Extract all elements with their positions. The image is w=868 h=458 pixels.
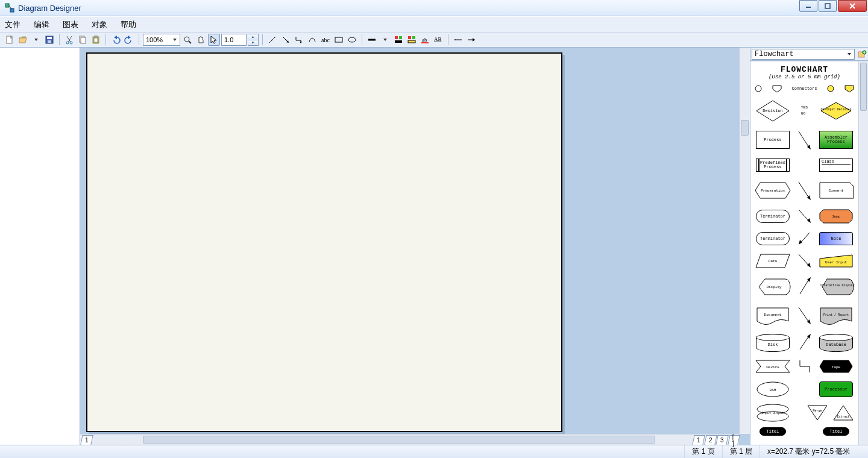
shape-merge-extract[interactable]: Merge Extract: [804, 403, 856, 422]
paste-button[interactable]: [90, 34, 102, 46]
shape-disk[interactable]: Disk: [753, 332, 793, 354]
open-button[interactable]: [17, 34, 29, 46]
arrowstart-button[interactable]: [452, 34, 464, 46]
shape-oninput-decision[interactable]: On-Input Decision: [816, 98, 856, 124]
svg-marker-70: [807, 218, 811, 223]
layer-tab-3[interactable]: 3: [715, 435, 728, 445]
new-button[interactable]: [4, 34, 16, 46]
svg-point-55: [828, 86, 834, 92]
arrow-tool[interactable]: [280, 34, 292, 46]
line-tool[interactable]: [266, 34, 278, 46]
palette-scrollbar[interactable]: [858, 61, 868, 445]
layer-tab-1[interactable]: 1: [692, 435, 705, 445]
page-canvas[interactable]: [86, 52, 562, 432]
undo-button[interactable]: [110, 34, 122, 46]
redo-button[interactable]: [123, 34, 135, 46]
textcolor-button[interactable]: ab: [419, 34, 431, 46]
shape-assembler-process[interactable]: Assembler Process: [816, 127, 856, 152]
svg-text:Input Output: Input Output: [762, 412, 784, 415]
shape-document[interactable]: Document: [753, 303, 793, 328]
ellipse-tool[interactable]: [346, 34, 358, 46]
open-dropdown[interactable]: [30, 34, 42, 46]
palette-title: FLOWCHART: [753, 65, 856, 74]
shape-user-input[interactable]: User Input: [816, 251, 856, 271]
svg-marker-54: [773, 86, 781, 92]
rect-tool[interactable]: [333, 34, 345, 46]
connector-yellow-tag[interactable]: [844, 84, 855, 93]
minimize-button[interactable]: [799, 0, 817, 12]
shape-preparation[interactable]: Preparation: [753, 178, 793, 203]
menu-file[interactable]: 文件: [5, 19, 20, 30]
shape-interactive-display[interactable]: Interactive Display: [816, 274, 856, 300]
shape-process[interactable]: Process: [753, 127, 793, 152]
lineweight-spinner[interactable]: ▲▼: [248, 34, 259, 46]
connector-yellow-circle[interactable]: [826, 84, 835, 93]
shape-print-report[interactable]: Print / Report: [816, 303, 856, 328]
linestyle-dropdown[interactable]: [379, 34, 391, 46]
shape-predefined-process[interactable]: Predefined Process: [753, 156, 793, 174]
copy-button[interactable]: [77, 34, 89, 46]
connector-row: Connectors: [753, 83, 856, 95]
connector-white-tag[interactable]: [772, 84, 782, 93]
horizontal-scrollbar[interactable]: [140, 434, 692, 445]
text-tool[interactable]: abc: [319, 34, 332, 46]
zoom-fit-button[interactable]: [181, 34, 193, 46]
svg-rect-38: [408, 36, 411, 39]
svg-marker-23: [173, 39, 177, 41]
svg-rect-0: [5, 4, 9, 7]
save-button[interactable]: [43, 34, 55, 46]
connectors-label: Connectors: [791, 87, 817, 91]
close-button[interactable]: [838, 0, 867, 12]
title-bar: Diagram Designer: [0, 0, 868, 16]
maximize-button[interactable]: [819, 0, 837, 12]
shape-decision[interactable]: Decision: [753, 98, 793, 124]
lineweight-input[interactable]: 1.0: [221, 34, 247, 46]
layer-tab-2[interactable]: 2: [704, 435, 717, 445]
svg-rect-31: [335, 37, 342, 42]
palette-dropdown[interactable]: Flowchart: [752, 49, 855, 60]
connector-line-icon: [797, 358, 812, 375]
connector-white-circle[interactable]: [754, 84, 763, 93]
linecolor-button[interactable]: [392, 34, 404, 46]
page-tab-1[interactable]: 1: [80, 435, 93, 445]
menu-object[interactable]: 对象: [92, 19, 107, 30]
connector-tool[interactable]: [293, 34, 305, 46]
shape-class[interactable]: Class: [816, 156, 856, 174]
curve-tool[interactable]: [306, 34, 318, 46]
shape-title2[interactable]: Titel: [816, 426, 856, 437]
shape-title1[interactable]: Titel: [753, 426, 793, 437]
menu-edit[interactable]: 编辑: [34, 19, 49, 30]
layer-tab-new[interactable]: [ ]: [728, 435, 740, 445]
fillcolor-button[interactable]: [406, 34, 418, 46]
shape-device[interactable]: Device: [753, 357, 793, 375]
connector-arrow-icon: [796, 128, 813, 152]
decision-yes-label: YES: [801, 105, 808, 111]
shape-tape[interactable]: Tape: [816, 357, 856, 375]
shape-comment[interactable]: Comment: [816, 178, 856, 203]
linestyle-button[interactable]: [366, 34, 378, 46]
palette-add-button[interactable]: [856, 48, 868, 60]
zoom-combo[interactable]: 100%: [143, 34, 180, 46]
svg-rect-40: [408, 40, 415, 43]
cut-button[interactable]: [63, 34, 75, 46]
shape-jump[interactable]: Jump: [816, 207, 856, 226]
svg-point-32: [348, 37, 356, 42]
svg-marker-8: [34, 39, 38, 41]
textstyle-button[interactable]: AB: [432, 34, 444, 46]
shape-ram[interactable]: RAM: [753, 379, 793, 400]
pan-button[interactable]: [195, 34, 207, 46]
shape-display[interactable]: Display: [753, 274, 793, 300]
shape-terminator[interactable]: Terminator: [753, 207, 793, 226]
shape-note[interactable]: Note: [816, 230, 856, 248]
shape-database[interactable]: Database: [816, 332, 856, 354]
canvas-area[interactable]: 1 1 2 3 [ ]: [80, 48, 750, 445]
menu-chart[interactable]: 图表: [63, 19, 78, 30]
shape-data[interactable]: Data: [753, 251, 793, 271]
shape-terminator2[interactable]: Terminator: [753, 230, 793, 248]
arrowend-button[interactable]: [465, 34, 477, 46]
vertical-scrollbar[interactable]: [739, 48, 750, 434]
shape-processor[interactable]: Processor: [816, 379, 856, 400]
pointer-button[interactable]: [208, 34, 220, 46]
shape-input-output[interactable]: Input Output: [753, 403, 793, 422]
menu-help[interactable]: 帮助: [121, 19, 136, 30]
